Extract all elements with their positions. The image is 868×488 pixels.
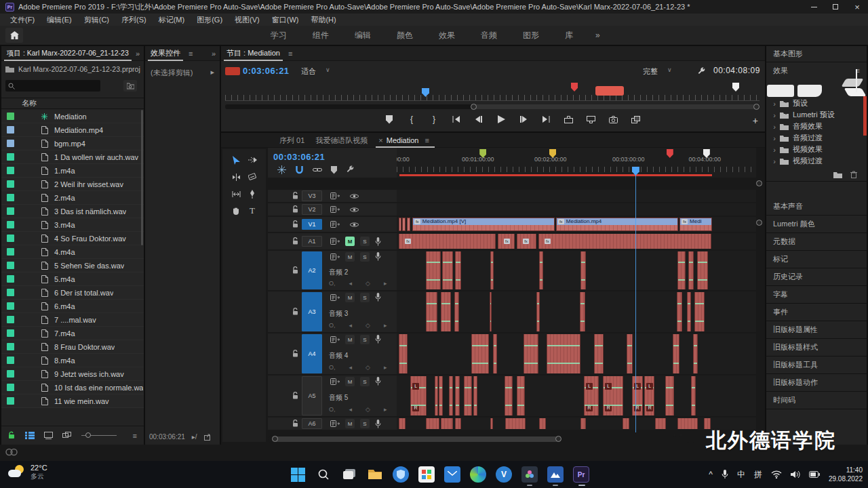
video-clip[interactable] (399, 218, 401, 231)
audio-clip[interactable] (655, 418, 666, 429)
label-swatch[interactable] (7, 180, 14, 188)
audio-clip[interactable] (580, 418, 586, 429)
list-view-icon[interactable] (25, 432, 35, 439)
add-marker-button[interactable] (384, 114, 395, 125)
audio-clip[interactable] (691, 376, 696, 415)
track-lane-a5[interactable]: LRLRLRLRLR (397, 375, 756, 416)
icon-view-icon[interactable] (44, 432, 53, 439)
button-editor-plus[interactable]: + (753, 115, 758, 126)
project-breadcrumb[interactable]: Karl Marx-2022-07-06_21-12-23.prproj (5, 65, 140, 73)
track-lane-a2[interactable] (397, 251, 756, 290)
track-target-V2[interactable]: V2 (302, 204, 322, 215)
chevron-right-icon[interactable]: › (769, 123, 780, 131)
source-patch-icon[interactable] (330, 238, 340, 245)
audio-clip[interactable] (493, 334, 497, 373)
panel-tab-历史记录[interactable]: 历史记录 (766, 268, 867, 286)
search-input[interactable] (5, 80, 100, 92)
panel-tab-标记[interactable]: 标记 (766, 251, 867, 268)
audio-clip[interactable] (455, 251, 461, 289)
menu-item-H[interactable]: 帮助(H) (304, 15, 342, 25)
project-menu-icon[interactable]: ≡ (133, 432, 137, 440)
audio-clip[interactable]: fx (517, 234, 536, 249)
audio-clip[interactable]: fx (538, 234, 711, 249)
snap-magnet-icon[interactable] (295, 165, 304, 174)
project-item[interactable]: 2 Weil ihr wisset.wav (1, 178, 144, 191)
minimize-button[interactable] (803, 0, 825, 14)
project-scrollbar[interactable] (141, 110, 143, 245)
audio-clip[interactable] (697, 251, 708, 289)
taskbar-search-button[interactable] (311, 462, 336, 487)
hand-tool[interactable] (230, 205, 242, 217)
workspace-tab[interactable]: 效果 (426, 30, 468, 41)
workspace-tab[interactable]: 库 (552, 30, 586, 41)
audio-clip[interactable] (693, 334, 698, 373)
source-patch-icon[interactable] (330, 336, 340, 343)
program-ruler[interactable] (225, 95, 760, 101)
start-button[interactable] (285, 462, 311, 487)
track-target-V1[interactable]: V1 (302, 219, 322, 230)
label-swatch[interactable] (7, 194, 14, 201)
wifi-icon[interactable] (771, 470, 782, 479)
find-in-bin-button[interactable] (123, 80, 137, 92)
track-lane-a4[interactable] (397, 333, 756, 374)
effects-tree-item[interactable]: ›音频效果 (766, 121, 867, 132)
voiceover-mic-icon[interactable] (375, 293, 381, 302)
track-header-a4[interactable]: A4MS音频 4O,◂◇▸ (268, 333, 397, 374)
source-patch-icon[interactable] (330, 420, 340, 427)
project-item[interactable]: 4 So Frau Doktor.wav (1, 232, 144, 245)
step-back-button[interactable] (473, 114, 484, 125)
project-item[interactable]: 3.m4a (1, 218, 144, 232)
audio-clip[interactable]: LR (644, 376, 654, 415)
keyframe-controls[interactable]: O,◂◇▸ (329, 322, 387, 329)
nest-toggle-icon[interactable] (277, 165, 286, 174)
timeline-tab-mediation[interactable]: ×Mediation≡ (373, 133, 437, 148)
audio-clip[interactable] (517, 376, 525, 415)
toggle-track-output-eye-icon[interactable] (349, 193, 359, 199)
panel-tab-旧版标题样式[interactable]: 旧版标题样式 (766, 339, 867, 357)
mail-app-button[interactable] (439, 462, 465, 487)
audio-clip[interactable] (442, 251, 453, 289)
label-swatch[interactable] (7, 153, 14, 161)
effects-tree-item[interactable]: ›视频效果 (766, 144, 867, 155)
project-tab[interactable]: 项目 : Karl Marx-2022-07-06_21-12-23 (1, 46, 134, 61)
menu-item-M[interactable]: 标记(M) (153, 15, 191, 25)
label-swatch[interactable] (7, 221, 14, 228)
track-header-v2[interactable]: V2 (268, 203, 397, 216)
project-item[interactable]: bgm.mp4 (1, 137, 144, 150)
project-item[interactable]: 7.m4a (1, 327, 144, 340)
audio-clip[interactable] (627, 334, 633, 373)
video-clip[interactable] (407, 218, 410, 231)
audio-clip[interactable] (688, 251, 694, 289)
audio-clip[interactable] (677, 292, 682, 331)
label-swatch[interactable] (7, 384, 14, 391)
menu-item-C[interactable]: 剪辑(C) (78, 15, 115, 25)
project-item[interactable]: 5.m4a (1, 272, 144, 286)
audio-clip[interactable] (426, 292, 437, 331)
audio-clip[interactable] (694, 292, 705, 331)
export-icon[interactable] (204, 434, 212, 441)
type-tool[interactable]: T (246, 205, 258, 217)
program-zoom-scrollbar[interactable] (225, 104, 760, 109)
writable-lock-icon[interactable] (8, 431, 16, 440)
mute-button[interactable]: M (345, 252, 355, 262)
menu-item-W[interactable]: 窗口(W) (266, 15, 305, 25)
audio-clip[interactable] (449, 376, 453, 415)
expand-icon[interactable]: ▸ (210, 68, 214, 77)
project-item[interactable]: 10 Ist das eine normale.wa (1, 381, 144, 394)
track-header-v1[interactable]: V1 (268, 217, 397, 232)
track-target-A3[interactable]: A3 (302, 292, 322, 331)
audio-clip[interactable] (455, 418, 461, 429)
effects-tree-item[interactable]: ›Lumetri 预设 (766, 109, 867, 121)
project-item[interactable]: Mediation (1, 110, 144, 123)
razor-tool[interactable] (246, 171, 258, 183)
workspace-tab[interactable]: 颜色 (384, 30, 426, 41)
audio-clip[interactable]: fx (498, 234, 515, 249)
video-clip[interactable]: fxMedi (679, 218, 712, 231)
keyframe-controls[interactable]: O,◂◇▸ (329, 364, 387, 371)
track-target-A5[interactable]: A5 (302, 376, 322, 415)
project-item[interactable]: 11 wie mein.wav (1, 394, 144, 408)
project-item[interactable]: 4.m4a (1, 245, 144, 259)
track-header-a2[interactable]: A2MS音频 2O,◂◇▸ (268, 251, 397, 290)
timeline-settings-wrench-icon[interactable] (346, 165, 355, 174)
program-timecode[interactable]: 0:03:06:21 (243, 66, 290, 76)
